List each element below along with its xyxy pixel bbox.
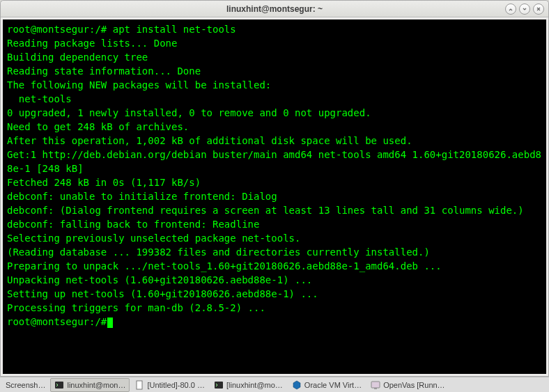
taskbar-item-openvas[interactable]: OpenVas [Runn… xyxy=(366,378,449,392)
taskbar-item-label: linuxhint@mon… xyxy=(67,381,125,389)
terminal-output: Reading package lists... Done Building d… xyxy=(7,38,541,313)
taskbar-item-terminal[interactable]: linuxhint@mon… xyxy=(50,378,130,392)
taskbar-item-label: OpenVas [Runn… xyxy=(383,381,444,389)
svg-rect-3 xyxy=(371,382,380,388)
shell-prompt-2: root@montsegur:/# xyxy=(7,316,107,327)
svg-rect-1 xyxy=(137,381,142,389)
close-button[interactable] xyxy=(533,3,544,15)
svg-rect-0 xyxy=(55,382,63,389)
taskbar-item-untitled[interactable]: [Untitled]-80.0 … xyxy=(130,378,209,392)
taskbar-item-label: Oracle VM Virt… xyxy=(304,381,362,389)
virtualbox-icon xyxy=(292,380,302,390)
svg-rect-4 xyxy=(374,388,377,389)
window-controls xyxy=(505,3,544,15)
shell-command: apt install net-tools xyxy=(113,24,236,35)
terminal-cursor xyxy=(107,317,113,328)
terminal-icon xyxy=(54,380,64,390)
terminal-icon xyxy=(214,380,224,390)
terminal-area[interactable]: root@montsegur:/# apt install net-tools … xyxy=(3,19,546,374)
svg-rect-2 xyxy=(215,382,223,389)
taskbar-item-label: [Untitled]-80.0 … xyxy=(147,381,205,389)
window-titlebar[interactable]: linuxhint@montsegur: ~ xyxy=(1,1,548,17)
taskbar-item-linuxhint2[interactable]: [linuxhint@mo… xyxy=(210,378,287,392)
document-icon xyxy=(134,380,144,390)
window-title: linuxhint@montsegur: ~ xyxy=(226,4,323,14)
shell-prompt: root@montsegur:/# xyxy=(7,24,113,35)
taskbar: Screensh… linuxhint@mon… [Untitled]-80.0… xyxy=(0,377,549,392)
maximize-button[interactable] xyxy=(519,3,530,15)
taskbar-item-screenshot[interactable]: Screensh… xyxy=(1,378,49,392)
minimize-button[interactable] xyxy=(505,3,516,15)
taskbar-item-label: [linuxhint@mo… xyxy=(226,381,283,389)
vm-icon xyxy=(371,380,380,390)
terminal-window: linuxhint@montsegur: ~ root@montsegur:/#… xyxy=(0,0,549,377)
taskbar-item-virtualbox[interactable]: Oracle VM Virt… xyxy=(288,378,366,392)
taskbar-item-label: Screensh… xyxy=(6,381,45,389)
